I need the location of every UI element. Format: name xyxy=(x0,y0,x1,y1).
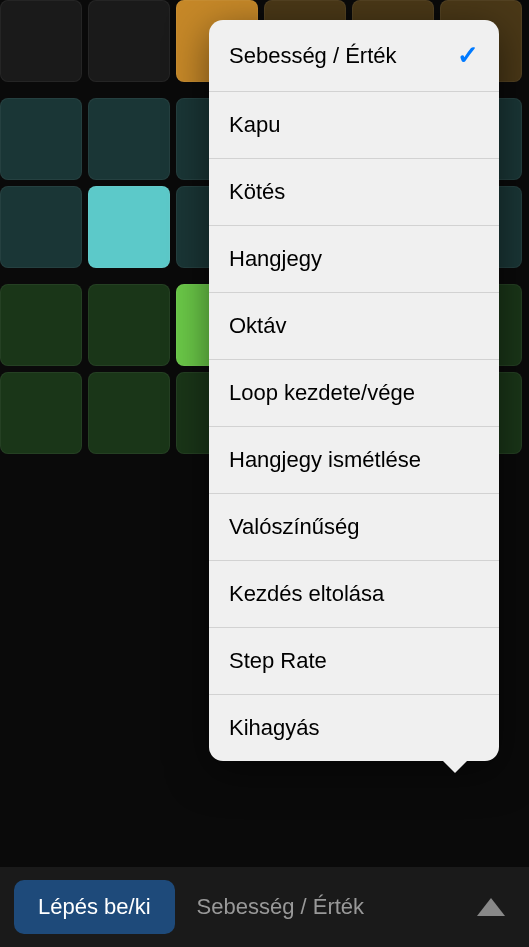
popup-item-velocity-value[interactable]: Sebesség / Érték ✓ xyxy=(209,20,499,92)
popup-item-label: Sebesség / Érték xyxy=(229,43,397,69)
popup-item-label: Step Rate xyxy=(229,648,327,674)
bottom-toolbar: Lépés be/ki Sebesség / Érték xyxy=(0,867,529,947)
grid-cell[interactable] xyxy=(88,186,170,268)
grid-cell[interactable] xyxy=(88,284,170,366)
popup-item-label: Hangjegy xyxy=(229,246,322,272)
popup-item-probability[interactable]: Valószínűség xyxy=(209,494,499,561)
edit-mode-button[interactable]: Sebesség / Érték xyxy=(189,894,463,920)
grid-cell[interactable] xyxy=(0,284,82,366)
popup-item-label: Valószínűség xyxy=(229,514,359,540)
popup-item-tie[interactable]: Kötés xyxy=(209,159,499,226)
grid-cell[interactable] xyxy=(0,372,82,454)
popup-item-label: Kihagyás xyxy=(229,715,320,741)
popup-item-note[interactable]: Hangjegy xyxy=(209,226,499,293)
popup-item-skip[interactable]: Kihagyás xyxy=(209,695,499,761)
checkmark-icon: ✓ xyxy=(457,40,479,71)
popup-item-step-rate[interactable]: Step Rate xyxy=(209,628,499,695)
popup-item-label: Oktáv xyxy=(229,313,286,339)
edit-mode-popup: Sebesség / Érték ✓ Kapu Kötés Hangjegy O… xyxy=(209,20,499,761)
popup-item-start-offset[interactable]: Kezdés eltolása xyxy=(209,561,499,628)
popup-item-label: Kapu xyxy=(229,112,280,138)
popup-item-label: Kezdés eltolása xyxy=(229,581,384,607)
grid-cell[interactable] xyxy=(88,98,170,180)
grid-cell[interactable] xyxy=(0,186,82,268)
step-toggle-button[interactable]: Lépés be/ki xyxy=(14,880,175,934)
popup-item-label: Kötés xyxy=(229,179,285,205)
grid-cell[interactable] xyxy=(88,0,170,82)
triangle-up-icon[interactable] xyxy=(477,898,505,916)
grid-cell[interactable] xyxy=(0,98,82,180)
grid-cell[interactable] xyxy=(0,0,82,82)
popup-item-loop-start-end[interactable]: Loop kezdete/vége xyxy=(209,360,499,427)
popup-item-label: Loop kezdete/vége xyxy=(229,380,415,406)
popup-item-octave[interactable]: Oktáv xyxy=(209,293,499,360)
popup-item-label: Hangjegy ismétlése xyxy=(229,447,421,473)
popup-item-note-repeat[interactable]: Hangjegy ismétlése xyxy=(209,427,499,494)
popup-item-gate[interactable]: Kapu xyxy=(209,92,499,159)
grid-cell[interactable] xyxy=(88,372,170,454)
